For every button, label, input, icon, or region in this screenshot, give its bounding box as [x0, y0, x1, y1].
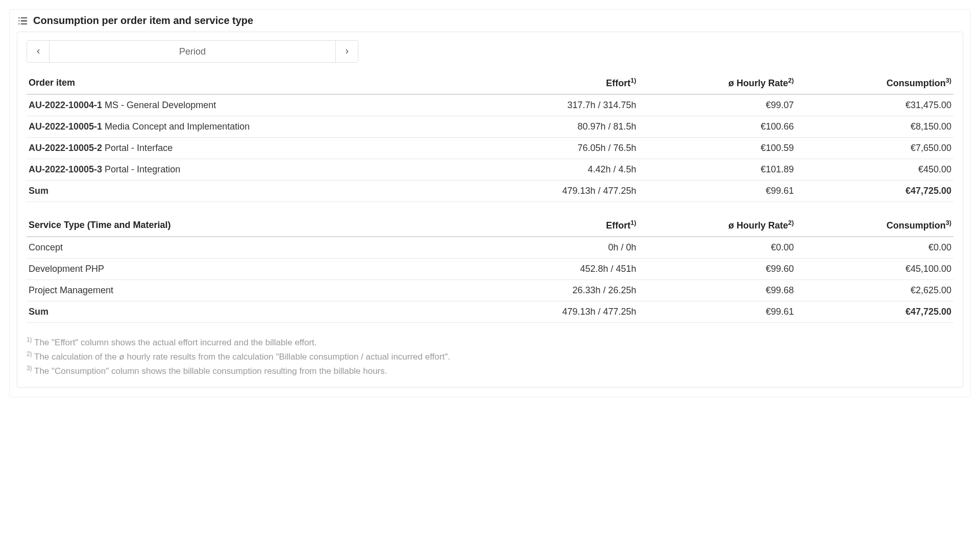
cell-rate: €99.07	[639, 94, 796, 116]
table-row: Concept0h / 0h€0.00€0.00	[27, 237, 953, 259]
cell-consumption: €31,475.00	[796, 94, 953, 116]
period-picker: Period	[27, 40, 358, 63]
cell-sum-label: Sum	[27, 301, 472, 323]
cell-effort: 479.13h / 477.25h	[472, 301, 639, 323]
cell-consumption: €45,100.00	[796, 259, 953, 280]
table-row: AU-2022-10004-1 MS - General Development…	[27, 94, 953, 116]
table-row: AU-2022-10005-3 Portal - Integration4.42…	[27, 159, 953, 181]
order-desc: Portal - Integration	[102, 164, 180, 174]
cell-effort: 317.7h / 314.75h	[472, 94, 639, 116]
order-desc: MS - General Development	[102, 100, 216, 110]
cell-item: AU-2022-10005-1 Media Concept and Implem…	[27, 116, 472, 138]
cell-effort: 80.97h / 81.5h	[472, 116, 639, 138]
th-consumption: Consumption3)	[796, 214, 953, 237]
sum-row: Sum479.13h / 477.25h€99.61€47,725.00	[27, 301, 953, 323]
cell-rate: €101.89	[639, 159, 796, 181]
th-order-item: Order item	[27, 72, 472, 94]
order-code: AU-2022-10005-1	[29, 121, 102, 132]
cell-consumption: €7,650.00	[796, 138, 953, 159]
order-code: AU-2022-10005-3	[29, 164, 102, 174]
sum-row: Sum479.13h / 477.25h€99.61€47,725.00	[27, 181, 953, 202]
cell-rate: €99.61	[639, 181, 796, 202]
svg-point-2	[18, 23, 19, 24]
cell-consumption: €450.00	[796, 159, 953, 181]
th-rate: ø Hourly Rate2)	[639, 72, 796, 94]
table-row: AU-2022-10005-1 Media Concept and Implem…	[27, 116, 953, 138]
cell-effort: 26.33h / 26.25h	[472, 280, 639, 301]
cell-rate: €99.68	[639, 280, 796, 301]
cell-item: Development PHP	[27, 259, 472, 280]
chevron-right-icon	[344, 48, 351, 55]
cell-consumption: €47,725.00	[796, 181, 953, 202]
cell-rate: €100.59	[639, 138, 796, 159]
footnotes: 1) The "Effort" column shows the actual …	[27, 335, 953, 378]
order-item-table: Order item Effort1) ø Hourly Rate2) Cons…	[27, 72, 953, 202]
consumption-widget: Consumption per order item and service t…	[9, 9, 971, 397]
th-rate: ø Hourly Rate2)	[639, 214, 796, 237]
cell-item: AU-2022-10004-1 MS - General Development	[27, 94, 472, 116]
table-row: Development PHP452.8h / 451h€99.60€45,10…	[27, 259, 953, 280]
chevron-left-icon	[35, 48, 42, 55]
widget-panel: Period Order item Effort1) ø Hourly Rate…	[17, 32, 963, 388]
widget-header: Consumption per order item and service t…	[10, 10, 970, 32]
cell-consumption: €2,625.00	[796, 280, 953, 301]
service-type-table: Service Type (Time and Material) Effort1…	[27, 214, 953, 323]
svg-point-1	[18, 20, 19, 21]
cell-effort: 76.05h / 76.5h	[472, 138, 639, 159]
period-label[interactable]: Period	[50, 41, 335, 62]
period-prev-button[interactable]	[27, 41, 50, 62]
th-consumption: Consumption3)	[796, 72, 953, 94]
table-row: AU-2022-10005-2 Portal - Interface76.05h…	[27, 138, 953, 159]
list-icon	[17, 16, 28, 26]
cell-rate: €0.00	[639, 237, 796, 259]
table-row: Project Management26.33h / 26.25h€99.68€…	[27, 280, 953, 301]
order-code: AU-2022-10004-1	[29, 100, 102, 110]
order-desc: Portal - Interface	[102, 143, 173, 153]
cell-consumption: €0.00	[796, 237, 953, 259]
th-effort: Effort1)	[472, 72, 639, 94]
cell-rate: €100.66	[639, 116, 796, 138]
cell-item: AU-2022-10005-3 Portal - Integration	[27, 159, 472, 181]
footnote-2: 2) The calculation of the ø hourly rate …	[27, 349, 953, 364]
cell-item: Concept	[27, 237, 472, 259]
svg-point-0	[18, 17, 19, 18]
th-effort: Effort1)	[472, 214, 639, 237]
cell-rate: €99.60	[639, 259, 796, 280]
cell-item: AU-2022-10005-2 Portal - Interface	[27, 138, 472, 159]
cell-effort: 0h / 0h	[472, 237, 639, 259]
order-desc: Media Concept and Implementation	[102, 121, 250, 132]
cell-rate: €99.61	[639, 301, 796, 323]
cell-effort: 452.8h / 451h	[472, 259, 639, 280]
period-next-button[interactable]	[335, 41, 358, 62]
footnote-3: 3) The "Consumption" column shows the bi…	[27, 364, 953, 378]
cell-consumption: €8,150.00	[796, 116, 953, 138]
widget-title: Consumption per order item and service t…	[33, 15, 253, 27]
cell-item: Project Management	[27, 280, 472, 301]
cell-effort: 4.42h / 4.5h	[472, 159, 639, 181]
cell-sum-label: Sum	[27, 181, 472, 202]
th-service-type: Service Type (Time and Material)	[27, 214, 472, 237]
cell-effort: 479.13h / 477.25h	[472, 181, 639, 202]
footnote-1: 1) The "Effort" column shows the actual …	[27, 335, 953, 349]
order-code: AU-2022-10005-2	[29, 143, 102, 153]
cell-consumption: €47,725.00	[796, 301, 953, 323]
